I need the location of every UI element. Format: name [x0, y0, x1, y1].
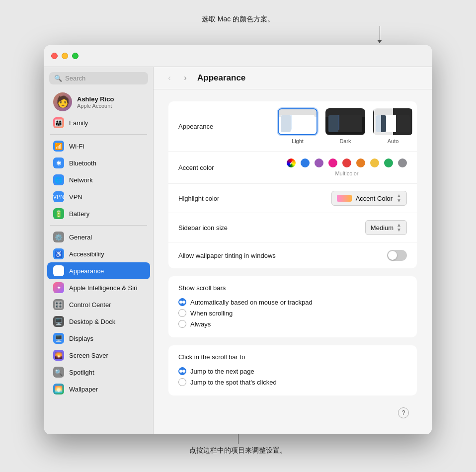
accent-dot-graphite[interactable]	[398, 158, 407, 167]
appearance-thumb-auto[interactable]	[373, 108, 413, 135]
sidebar-item-displays[interactable]: 🖥️ Displays	[47, 330, 150, 347]
sidebar-item-vpn[interactable]: VPN VPN	[47, 188, 150, 205]
click-scroll-spot[interactable]: Jump to the spot that's clicked	[178, 377, 407, 388]
sidebar-item-bluetooth[interactable]: ✱ Bluetooth	[47, 155, 150, 171]
back-button[interactable]: ‹	[163, 72, 175, 84]
sidebar-item-label: Wi-Fi	[69, 143, 84, 150]
highlight-color-label: Highlight color	[178, 195, 278, 202]
avatar: 🧑	[53, 92, 72, 111]
accent-dot-orange[interactable]	[356, 158, 365, 167]
close-button[interactable]	[51, 53, 58, 59]
user-info: Ashley Rico Apple Account	[77, 95, 114, 109]
scroll-option-auto[interactable]: Automatically based on mouse or trackpad	[178, 297, 407, 308]
accent-dot-pink[interactable]	[328, 158, 337, 167]
wallpaper-tinting-row: Allow wallpaper tinting in windows	[168, 242, 417, 268]
avatar-emoji: 🧑	[56, 95, 70, 108]
sidebar-item-control-center[interactable]: 🎛️ Control Center	[47, 296, 150, 313]
highlight-color-select[interactable]: Accent Color ▲ ▼	[331, 191, 407, 206]
radio-next-page[interactable]	[178, 367, 186, 375]
displays-icon: 🖥️	[53, 333, 64, 344]
window-body: 🔍 🧑 Ashley Rico Apple Account 👨‍👩‍👧 Fami…	[44, 67, 432, 434]
sidebar-item-label: Control Center	[69, 301, 111, 309]
sidebar-item-label: General	[69, 234, 92, 241]
sidebar: 🔍 🧑 Ashley Rico Apple Account 👨‍👩‍👧 Fami…	[44, 67, 154, 434]
accessibility-icon: ♿	[53, 248, 64, 259]
sidebar-icon-size-row: Sidebar icon size Medium ▲ ▼	[168, 213, 417, 242]
sidebar-item-screen-saver[interactable]: 🌄 Screen Saver	[47, 347, 150, 364]
radio-clicked-spot[interactable]	[178, 378, 186, 386]
sidebar-icon-size-label: Sidebar icon size	[178, 224, 278, 232]
accent-dot-red[interactable]	[342, 158, 351, 167]
family-icon: 👨‍👩‍👧	[53, 117, 64, 128]
maximize-button[interactable]	[72, 53, 79, 59]
scroll-option-always[interactable]: Always	[178, 318, 407, 329]
sidebar-item-network[interactable]: 🌐 Network	[47, 171, 150, 188]
radio-auto[interactable]	[178, 298, 186, 306]
wifi-icon: 📶	[53, 141, 64, 152]
sidebar-item-wallpaper[interactable]: 🌅 Wallpaper	[47, 381, 150, 397]
sidebar-item-battery[interactable]: 🔋 Battery	[47, 205, 150, 222]
wallpaper-tinting-toggle[interactable]	[387, 250, 407, 261]
settings-window: 🔍 🧑 Ashley Rico Apple Account 👨‍👩‍👧 Fami…	[44, 45, 432, 434]
search-bar[interactable]: 🔍	[49, 72, 148, 84]
highlight-color-control: Accent Color ▲ ▼	[278, 191, 407, 206]
appearance-label-dark: Dark	[339, 138, 351, 144]
callout-arrow-top	[377, 40, 382, 43]
sidebar-item-label: Appearance	[69, 267, 104, 275]
sidebar-item-desktop-dock[interactable]: 🖥️ Desktop & Dock	[47, 313, 150, 330]
sidebar-item-spotlight[interactable]: 🔍 Spotlight	[47, 364, 150, 381]
scroll-option-scrolling[interactable]: When scrolling	[178, 308, 407, 318]
sidebar-item-general[interactable]: ⚙️ General	[47, 229, 150, 245]
sidebar-item-label: Bluetooth	[69, 159, 96, 167]
accent-colors: Multicolor	[287, 158, 407, 176]
accent-dot-yellow[interactable]	[370, 158, 379, 167]
sidebar-item-label: Displays	[69, 335, 93, 342]
spotlight-icon: 🔍	[53, 367, 64, 378]
sidebar-item-appearance[interactable]: 🎨 Appearance	[47, 262, 150, 279]
sidebar-item-label: Network	[69, 176, 93, 184]
callout-line-top	[380, 26, 380, 40]
appearance-option-dark[interactable]: Dark	[325, 108, 365, 144]
sidebar-item-label: Spotlight	[69, 369, 94, 376]
appearance-options: Light	[278, 108, 413, 144]
radio-auto-dot	[179, 301, 182, 304]
general-icon: ⚙️	[53, 232, 64, 242]
accent-color-label: Accent color	[178, 164, 278, 171]
click-scroll-group: Click in the scroll bar to Jump to the n…	[168, 345, 417, 395]
accent-color-row: Accent color	[168, 152, 417, 184]
click-scroll-next[interactable]: Jump to the next page	[178, 366, 407, 377]
sidebar-item-family[interactable]: 👨‍👩‍👧 Family	[47, 114, 150, 131]
sidebar-item-apple-intelligence[interactable]: ✦ Apple Intelligence & Siri	[47, 279, 150, 296]
user-subtitle: Apple Account	[77, 103, 114, 109]
appearance-thumb-dark[interactable]	[325, 108, 365, 135]
sidebar-item-accessibility[interactable]: ♿ Accessibility	[47, 245, 150, 262]
user-profile-item[interactable]: 🧑 Ashley Rico Apple Account	[47, 89, 150, 114]
accent-dot-purple[interactable]	[315, 158, 323, 167]
accent-dot-multicolor[interactable]	[287, 158, 296, 167]
sidebar-icon-size-select[interactable]: Medium ▲ ▼	[365, 220, 407, 235]
user-name: Ashley Rico	[77, 95, 114, 103]
sidebar-item-label: Screen Saver	[69, 352, 108, 359]
help-button[interactable]: ?	[398, 407, 409, 418]
click-scroll-section: Click in the scroll bar to Jump to the n…	[168, 345, 417, 395]
search-input[interactable]	[65, 75, 143, 82]
accent-dot-blue[interactable]	[301, 158, 310, 167]
appearance-section: Appearance	[168, 101, 417, 268]
appearance-option-auto[interactable]: Auto	[373, 108, 413, 144]
radio-always[interactable]	[178, 320, 186, 328]
forward-button[interactable]: ›	[179, 72, 191, 84]
appearance-option-light[interactable]: Light	[278, 108, 317, 144]
sidebar-icon-size-control: Medium ▲ ▼	[278, 220, 407, 235]
bottom-callout: 点按边栏中的项目来调整设置。	[189, 434, 287, 455]
appearance-thumb-light[interactable]	[278, 108, 317, 135]
scroll-option-always-label: Always	[190, 320, 211, 328]
radio-scrolling[interactable]	[178, 309, 186, 317]
sidebar-item-label: Apple Intelligence & Siri	[69, 284, 137, 292]
minimize-button[interactable]	[62, 53, 68, 59]
sidebar-item-wifi[interactable]: 📶 Wi-Fi	[47, 138, 150, 155]
toggle-knob	[388, 251, 397, 260]
wallpaper-icon: 🌅	[53, 384, 64, 394]
desktop-dock-icon: 🖥️	[53, 316, 64, 327]
accent-dot-green[interactable]	[384, 158, 393, 167]
control-center-icon: 🎛️	[53, 299, 64, 310]
